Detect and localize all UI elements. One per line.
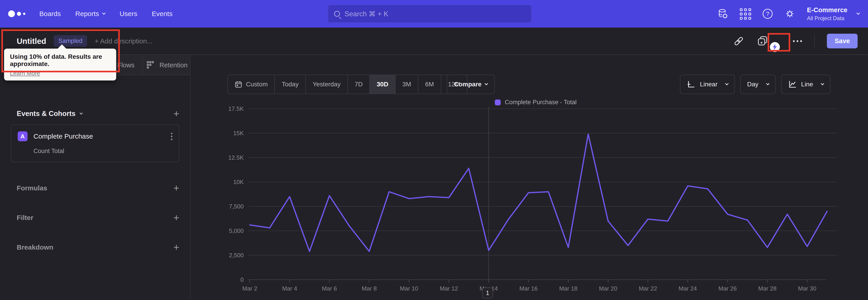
line-chart-icon xyxy=(788,80,797,89)
y-axis-label: 0 xyxy=(241,276,244,283)
chevron-down-icon xyxy=(857,11,860,15)
range-label: Today xyxy=(282,81,299,88)
chart-type-label: Line xyxy=(801,81,813,88)
chevron-down-icon xyxy=(821,82,825,85)
calendar-icon xyxy=(235,81,242,88)
interval-label: Day xyxy=(747,81,758,88)
y-axis-label: 5,000 xyxy=(229,228,244,234)
divider xyxy=(814,35,815,47)
y-axis-label: 15K xyxy=(233,130,244,137)
page-number: 1 xyxy=(486,290,489,297)
main-nav: Boards Reports Users Events xyxy=(39,10,173,18)
range-7d[interactable]: 7D xyxy=(347,75,370,94)
y-axis-label: 17.5K xyxy=(228,106,244,112)
range-yesterday[interactable]: Yesterday xyxy=(305,75,347,94)
x-axis-label: Mar 4 xyxy=(282,285,297,292)
sampling-tooltip: Using 10% of data. Results are approxima… xyxy=(4,49,116,81)
y-axis-label: 10K xyxy=(233,179,244,185)
settings-gear-icon[interactable] xyxy=(784,8,795,19)
search-input[interactable]: Search ⌘ + K xyxy=(328,5,532,23)
nav-label: Reports xyxy=(75,10,99,18)
x-axis-label: Mar 6 xyxy=(322,285,337,292)
data-management-icon[interactable] xyxy=(717,8,728,19)
top-nav: Boards Reports Users Events Search ⌘ + K… xyxy=(0,0,868,28)
x-axis-label: Mar 28 xyxy=(758,285,776,292)
nav-item-reports[interactable]: Reports xyxy=(75,10,105,18)
x-axis-label: Mar 8 xyxy=(362,285,377,292)
range-label: 30D xyxy=(377,81,388,88)
range-30d[interactable]: 30D xyxy=(369,75,395,94)
x-axis-label: Mar 2 xyxy=(242,285,257,292)
nav-label: Users xyxy=(120,10,137,18)
chevron-down-icon xyxy=(725,82,729,85)
project-name: E-Commerce xyxy=(807,6,847,14)
range-label: Yesterday xyxy=(313,81,341,88)
report-title[interactable]: Untitled xyxy=(17,37,46,46)
copy-report-icon[interactable] xyxy=(757,35,769,47)
range-label: 7D xyxy=(355,81,363,88)
interval-dropdown[interactable]: Day xyxy=(740,74,776,94)
tooltip-text: Using 10% of data. Results are approxima… xyxy=(10,53,110,68)
chart-display-controls: Linear Day Line xyxy=(680,74,831,94)
chevron-down-icon xyxy=(485,82,488,85)
x-axis-label: Mar 20 xyxy=(599,285,617,292)
range-label: 3M xyxy=(402,81,411,88)
x-axis-label: Mar 22 xyxy=(639,285,657,292)
nav-item-users[interactable]: Users xyxy=(120,10,137,18)
x-axis-label: Mar 24 xyxy=(679,285,697,292)
sampled-badge[interactable]: Sampled xyxy=(54,35,87,47)
nav-label: Boards xyxy=(39,10,61,18)
pagination-page-1[interactable]: 1 xyxy=(482,288,493,298)
y-axis-label: 2,500 xyxy=(229,252,244,259)
nav-item-events[interactable]: Events xyxy=(152,10,173,18)
range-label: Custom xyxy=(246,81,268,88)
x-axis-label: Mar 16 xyxy=(520,285,538,292)
search-placeholder: Search ⌘ + K xyxy=(344,10,388,18)
project-text: E-Commerce All Project Data xyxy=(807,6,847,22)
learn-more-link[interactable]: Learn More xyxy=(10,70,40,77)
copy-link-icon[interactable] xyxy=(733,35,745,47)
project-scope: All Project Data xyxy=(807,15,847,22)
lightning-bolt-icon xyxy=(772,43,778,51)
chevron-down-icon xyxy=(102,11,106,15)
nav-item-boards[interactable]: Boards xyxy=(39,10,61,18)
linear-scale-icon xyxy=(687,80,695,89)
compare-label: Compare xyxy=(454,81,482,88)
y-axis-label: 7,500 xyxy=(229,203,244,210)
chart-type-dropdown[interactable]: Line xyxy=(781,74,831,94)
chart-controls: Custom Today Yesterday 7D 30D 3M 6M 12M … xyxy=(191,74,868,94)
range-label: 6M xyxy=(425,81,434,88)
project-selector[interactable]: E-Commerce All Project Data xyxy=(807,6,860,22)
report-header: Untitled Sampled + Add description... xyxy=(0,28,868,55)
save-button[interactable]: Save xyxy=(827,34,858,49)
compare-dropdown[interactable]: Compare xyxy=(447,74,495,94)
nav-label: Events xyxy=(152,10,173,18)
legend-swatch xyxy=(495,99,501,106)
mixpanel-logo-icon[interactable] xyxy=(8,10,25,17)
range-6m[interactable]: 6M xyxy=(418,75,441,94)
scale-label: Linear xyxy=(700,81,717,88)
x-axis-label: Mar 30 xyxy=(798,285,816,292)
legend-label: Complete Purchase - Total xyxy=(505,99,577,106)
toggle-knob xyxy=(770,42,780,52)
x-axis-label: Mar 12 xyxy=(440,285,458,292)
help-icon[interactable]: ? xyxy=(763,9,773,19)
add-description-field[interactable]: + Add description... xyxy=(95,37,153,45)
date-range-control: Custom Today Yesterday 7D 30D 3M 6M 12M xyxy=(227,74,467,94)
range-today[interactable]: Today xyxy=(274,75,305,94)
range-3m[interactable]: 3M xyxy=(395,75,418,94)
search-icon xyxy=(334,11,340,17)
scale-dropdown[interactable]: Linear xyxy=(680,74,735,94)
range-custom[interactable]: Custom xyxy=(228,75,274,94)
chart-legend: Complete Purchase - Total xyxy=(235,99,836,106)
x-axis-label: Mar 18 xyxy=(559,285,578,292)
x-axis-label: Mar 26 xyxy=(718,285,737,292)
top-nav-right: ? E-Commerce All Project Data xyxy=(717,0,860,28)
y-axis-label: 12.5K xyxy=(228,154,244,161)
report-actions: Save xyxy=(733,34,858,49)
apps-grid-icon[interactable] xyxy=(740,8,751,19)
more-options-button[interactable] xyxy=(793,40,802,42)
chevron-down-icon xyxy=(766,82,770,85)
x-axis-label: Mar 10 xyxy=(400,285,418,292)
series-line-Complete Purchase - Total xyxy=(250,134,827,251)
